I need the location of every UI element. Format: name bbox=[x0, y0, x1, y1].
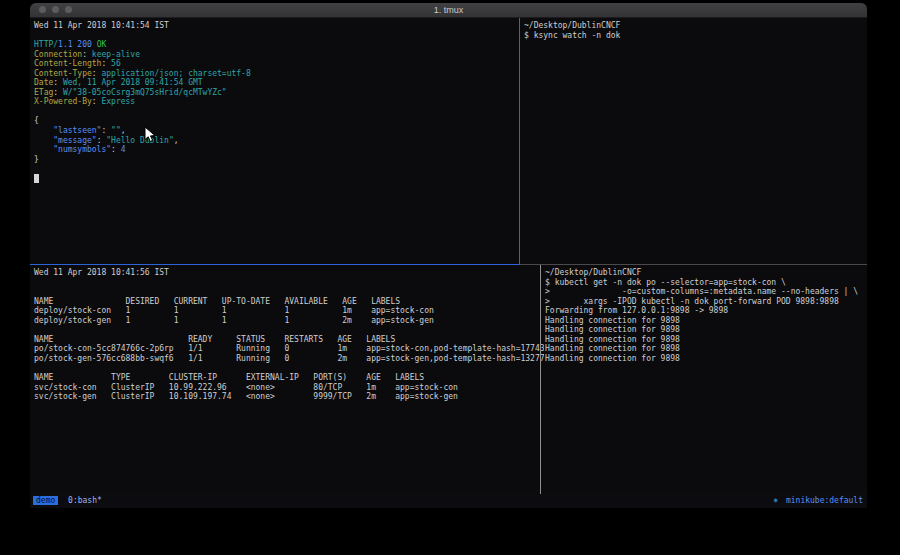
terminal-line: Connection: keep-alive bbox=[34, 50, 523, 60]
terminal-line: Handling connection for 9898 bbox=[545, 316, 867, 326]
pane-http-response[interactable]: Wed 11 Apr 2018 10:41:54 IST HTTP/1.1 20… bbox=[30, 18, 523, 267]
terminal-line: Date: Wed, 11 Apr 2018 09:41:54 GMT bbox=[34, 78, 523, 88]
kube-context-label: minikube:default bbox=[786, 496, 863, 505]
terminal-line: X-Powered-By: Express bbox=[34, 97, 523, 107]
terminal-line: deploy/stock-con 1 1 1 1 1m app=stock-co… bbox=[34, 306, 544, 316]
tmux-status-bar: demo 0:bash* ⎈ minikube:default bbox=[30, 494, 867, 508]
status-right: ⎈ minikube:default bbox=[773, 494, 867, 508]
terminal-line bbox=[34, 31, 523, 41]
terminal-line: $ kubectl get -n dok po --selector=app=s… bbox=[545, 278, 867, 288]
tmux-window-label[interactable]: 0:bash* bbox=[68, 496, 102, 505]
terminal-line: Handling connection for 9898 bbox=[545, 344, 867, 354]
pane-border-horizontal-active[interactable] bbox=[30, 264, 520, 265]
terminal-line: $ ksync watch -n dok bbox=[524, 31, 867, 41]
terminal-line: Forwarding from 127.0.0.1:9898 -> 9898 bbox=[545, 306, 867, 316]
terminal-line: Handling connection for 9898 bbox=[545, 335, 867, 345]
window-controls bbox=[39, 6, 72, 13]
terminal-line: po/stock-gen-576cc688bb-swqf6 1/1 Runnin… bbox=[34, 354, 544, 364]
pane-border-vertical-bottom[interactable] bbox=[540, 265, 541, 494]
terminal-line: HTTP/1.1 200 OK bbox=[34, 40, 523, 50]
window-title: 1. tmux bbox=[30, 3, 867, 17]
terminal-line: po/stock-con-5cc874766c-2p6rp 1/1 Runnin… bbox=[34, 344, 544, 354]
mouse-cursor bbox=[144, 126, 156, 144]
pane-border-horizontal-inactive[interactable] bbox=[520, 264, 867, 265]
terminal-line: Content-Length: 56 bbox=[34, 59, 523, 69]
terminal-line: Wed 11 Apr 2018 10:41:54 IST bbox=[34, 21, 523, 31]
terminal-line: Handling connection for 9898 bbox=[545, 354, 867, 364]
terminal-line: svc/stock-gen ClusterIP 10.109.197.74 <n… bbox=[34, 392, 544, 402]
terminal-line: deploy/stock-gen 1 1 1 1 2m app=stock-ge… bbox=[34, 316, 544, 326]
terminal-line: "message": "Hello Dublin", bbox=[34, 136, 523, 146]
terminal-line: svc/stock-con ClusterIP 10.99.222.96 <no… bbox=[34, 383, 544, 393]
zoom-button[interactable] bbox=[65, 6, 72, 13]
pane-kubectl-resources[interactable]: Wed 11 Apr 2018 10:41:56 IST NAME DESIRE… bbox=[30, 265, 544, 494]
terminal-line: ETag: W/"38-05coCsrg3mQ75sHrid/qcMTwYZc" bbox=[34, 88, 523, 98]
kubernetes-helm-icon: ⎈ bbox=[773, 496, 778, 505]
pane-border-vertical-top[interactable] bbox=[519, 18, 520, 264]
terminal-line: { bbox=[34, 116, 523, 126]
terminal-line: Wed 11 Apr 2018 10:41:56 IST bbox=[34, 268, 544, 278]
tmux-terminal: Wed 11 Apr 2018 10:41:54 IST HTTP/1.1 20… bbox=[30, 18, 867, 494]
terminal-line: > -o=custom-columns=:metadata.name --no-… bbox=[545, 287, 867, 297]
close-button[interactable] bbox=[39, 6, 46, 13]
terminal-window: 1. tmux Wed 11 Apr 2018 10:41:54 IST HTT… bbox=[30, 3, 867, 508]
terminal-line: NAME READY STATUS RESTARTS AGE LABELS bbox=[34, 335, 544, 345]
pane-port-forward[interactable]: ~/Desktop/DublinCNCF$ kubectl get -n dok… bbox=[541, 265, 867, 494]
tmux-session-name: demo bbox=[33, 496, 58, 505]
pane-ksync-watch[interactable]: ~/Desktop/DublinCNCF$ ksync watch -n dok bbox=[520, 18, 867, 267]
terminal-line: Handling connection for 9898 bbox=[545, 325, 867, 335]
terminal-line: ~/Desktop/DublinCNCF bbox=[524, 21, 867, 31]
status-left: demo 0:bash* bbox=[30, 494, 102, 508]
terminal-line: NAME DESIRED CURRENT UP-TO-DATE AVAILABL… bbox=[34, 297, 544, 307]
terminal-line: "numsymbols": 4 bbox=[34, 145, 523, 155]
terminal-line bbox=[34, 164, 523, 174]
terminal-line bbox=[34, 107, 523, 117]
terminal-line bbox=[34, 363, 544, 373]
terminal-line: ~/Desktop/DublinCNCF bbox=[545, 268, 867, 278]
minimize-button[interactable] bbox=[52, 6, 59, 13]
terminal-line: Content-Type: application/json; charset=… bbox=[34, 69, 523, 79]
terminal-line: > xargs -IPOD kubectl -n dok port-forwar… bbox=[545, 297, 867, 307]
terminal-line bbox=[34, 278, 544, 288]
terminal-line bbox=[34, 325, 544, 335]
terminal-line bbox=[34, 174, 523, 184]
window-titlebar[interactable]: 1. tmux bbox=[30, 3, 867, 18]
terminal-line: "lastseen": "", bbox=[34, 126, 523, 136]
terminal-line: } bbox=[34, 155, 523, 165]
terminal-line: NAME TYPE CLUSTER-IP EXTERNAL-IP PORT(S)… bbox=[34, 373, 544, 383]
terminal-line bbox=[34, 287, 544, 297]
